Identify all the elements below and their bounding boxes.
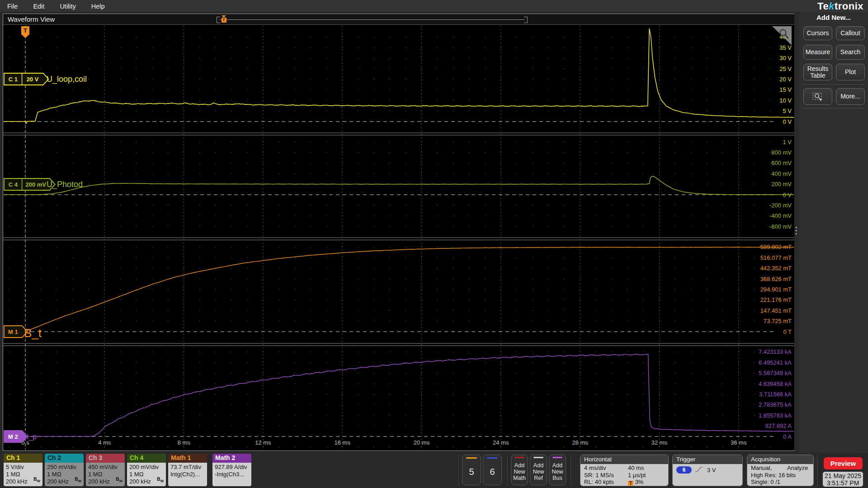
add-button-label: Add New Math [513,458,526,485]
menu-item-edit[interactable]: Edit [33,3,44,10]
time-tick-label: 16 ms [334,439,350,446]
add-button-label: Add New Bus [552,458,563,485]
channel-badge-title: Math 1 [168,454,207,463]
add-new-results-table-button[interactable]: Results Table [803,64,832,80]
time-tick-label: 28 ms [572,439,588,446]
ch1-tick-label: 10 V [779,97,792,104]
add-new-search-button[interactable]: Search [836,45,865,60]
bottom-bar-separator [507,455,508,486]
record-position-scrollbar[interactable]: T [217,16,528,24]
grid-dots [9,37,771,447]
channel-badge-ch3[interactable]: Ch 3450 mV/div1 MΩ200 kHzBW [86,454,125,486]
acquisition-count: Single: 0 /1 [751,479,780,485]
panel-separator [803,108,864,108]
time-axis-labels: 0 s4 ms8 ms12 ms16 ms20 ms24 ms28 ms32 m… [21,439,747,446]
menu-item-utility[interactable]: Utility [60,3,75,10]
channel-badge-settings: 5 V/div1 MΩ200 kHzBW [4,463,42,486]
waveform-plot: T40 V35 V30 V25 V20 V15 V10 V5 V0 V1 V80… [3,25,794,450]
channel-badge-math2[interactable]: Math 2927.89 A/div-Intg(Ch3... [212,454,251,486]
math2-channel-badge[interactable]: M 2 [4,431,28,442]
add-new-math-button[interactable]: Add New Math [511,455,528,485]
more-button[interactable]: More... [836,88,865,105]
math2-tick-label: 4.639458 kA [759,380,792,387]
bandwidth-limit-icon: BW [75,476,81,485]
math2-tick-label: 0 A [783,433,792,440]
math1-waveform-label[interactable]: B_t [24,326,42,340]
ch4-waveform-label[interactable]: U_Photod [47,180,83,189]
trigger-position-marker-icon[interactable]: T [221,15,226,23]
svg-text:20 V: 20 V [27,76,39,83]
acquisition-panel[interactable]: AcquisitionManual,AnalyzeHigh Res: 16 bi… [747,455,814,486]
bandwidth-limit-icon: BW [116,476,123,485]
ch4-tick-label: -600 mV [769,223,792,230]
horizontal-panel[interactable]: Horizontal4 ms/div40 msSR: 1 MS/s1 µs/pt… [580,455,669,486]
waveform-slot-button-5[interactable]: 5 [462,455,481,485]
time-tick-label: 36 ms [731,439,747,446]
math2-scale-labels: 7.423133 kA6.495241 kA5.567349 kA4.63945… [759,348,792,440]
math1-tick-label: 442.352 mT [760,265,792,272]
preview-button[interactable]: Preview [824,457,863,469]
window-title: Waveform View [8,15,55,23]
ch4-tick-label: -200 mV [769,202,792,209]
channel-badge-math1[interactable]: Math 173.7 mT/divIntg(Ch2)... [168,454,207,486]
trigger-panel[interactable]: Trigger63 V [672,455,743,486]
time-tick-label: 32 ms [651,439,668,446]
svg-text:T: T [24,27,27,34]
add-new-measure-button[interactable]: Measure [803,45,832,60]
math1-tick-label: 0 T [783,328,792,335]
splitter-grip-icon[interactable] [796,227,797,235]
math2-tick-label: 927.892 A [765,422,792,429]
bandwidth-limit-icon: BW [33,476,40,485]
channel-badge-settings: 200 mV/div1 MΩ200 kHzBW [127,463,166,486]
channel-badge-title: Ch 3 [86,454,125,463]
math1-tick-label: 589.802 mT [760,244,792,250]
oscilloscope-app: FileEditUtilityHelp Tektronix Waveform V… [0,0,868,488]
bandwidth-limit-icon: BW [157,476,164,485]
ch4-tick-label: 800 mV [771,149,792,156]
time-tick-label: 20 ms [414,439,430,446]
math2-waveform-label[interactable]: I_p [27,433,37,441]
acquisition-panel-title: Acquisition [747,455,813,464]
date-text: 21 May 2025 [823,472,863,479]
zoom-select-button[interactable] [803,88,832,105]
channel-setting-line: 200 mV/div [129,464,164,471]
channel-badge-title: Ch 1 [4,454,42,463]
channel-badge-ch1[interactable]: Ch 15 V/div1 MΩ200 kHzBW [4,454,42,486]
record-left-bracket-icon [217,17,220,23]
channel-badge-ch4[interactable]: Ch 4200 mV/div1 MΩ200 kHzBW [127,454,166,486]
trigger-level-value: 3 V [707,467,716,474]
panel-splitter[interactable] [794,14,799,450]
ch1-waveform-label[interactable]: U_loop,coil [47,75,87,84]
zoom-corner-icon[interactable] [772,26,792,45]
add-new-plot-button[interactable]: Plot [836,64,865,80]
math2-tick-label: 7.423133 kA [759,348,792,355]
ch4-tick-label: -400 mV [769,212,792,219]
ch1-waveform-trace [4,28,794,123]
menu-item-file[interactable]: File [7,3,18,10]
add-new-bus-button[interactable]: Add New Bus [549,455,566,485]
math2-tick-label: 1.855783 kA [759,412,792,419]
bottom-bar-separator [458,455,459,486]
datetime-display: 21 May 20253:51:57 PM [823,472,863,487]
math2-tick-label: 2.783675 kA [759,401,792,408]
horizontal-value: 1 µs/pt [628,472,646,479]
channel-setting-line: 73.7 mT/div [170,464,205,471]
ch1-tick-label: 0 V [783,118,792,125]
math1-tick-label: 147.451 mT [760,307,792,314]
add-new-ref-button[interactable]: Add New Ref [530,455,547,485]
channel-badge-ch2[interactable]: Ch 2250 mV/div1 MΩ200 kHzBW [45,454,84,486]
slot-label: 6 [490,459,495,485]
time-tick-label: 4 ms [98,439,111,446]
waveform-slot-button-6[interactable]: 6 [483,455,502,485]
menu-bar: FileEditUtilityHelp [0,0,868,12]
svg-text:200 mV: 200 mV [25,181,46,188]
horizontal-value: SR: 1 MS/s [584,472,614,479]
horizontal-value: 40 ms [628,465,644,471]
add-new-cursors-button[interactable]: Cursors [803,26,832,40]
add-button-label: Add New Ref [533,458,544,485]
math2-tick-label: 6.495241 kA [759,359,792,366]
trigger-flag-icon[interactable]: T [21,26,29,38]
menu-item-help[interactable]: Help [91,3,105,10]
ch1-channel-badge[interactable]: C 120 V [4,73,48,85]
add-new-callout-button[interactable]: Callout [836,26,865,40]
